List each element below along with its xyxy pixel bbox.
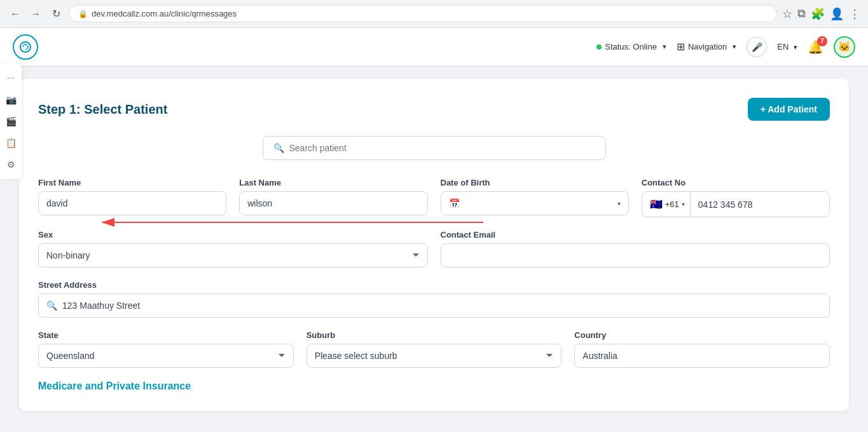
dob-label: Date of Birth bbox=[441, 178, 629, 187]
status-indicator[interactable]: Status: Online ▾ bbox=[596, 42, 666, 51]
phone-prefix-text: +61 bbox=[665, 199, 679, 209]
dob-group: Date of Birth 📅 ▾ bbox=[441, 178, 629, 217]
sidebar-icon-dots[interactable]: ⋯ bbox=[1, 69, 20, 88]
grid-icon: ⊞ bbox=[677, 41, 685, 53]
notification-badge: 7 bbox=[817, 36, 827, 46]
page-title: Step 1: Select Patient bbox=[38, 102, 167, 117]
country-label: Country bbox=[574, 330, 830, 340]
search-container: 🔍 bbox=[38, 136, 830, 160]
browser-actions: ☆ ⧉ 🧩 👤 ⋮ bbox=[782, 7, 860, 21]
select-patient-card: Step 1: Select Patient + Add Patient 🔍 F… bbox=[19, 79, 849, 411]
red-arrow-annotation bbox=[102, 221, 483, 224]
lang-chevron: ▾ bbox=[794, 43, 797, 51]
online-dot bbox=[596, 44, 602, 50]
star-icon[interactable]: ☆ bbox=[782, 7, 792, 21]
status-label: Status: Online bbox=[605, 42, 657, 51]
last-name-group: Last Name bbox=[239, 178, 427, 217]
state-select[interactable]: Queensland New South Wales Victoria West… bbox=[38, 344, 294, 368]
country-group: Country bbox=[574, 330, 830, 368]
add-patient-button[interactable]: + Add Patient bbox=[748, 98, 830, 121]
last-name-input[interactable] bbox=[239, 191, 427, 215]
street-field: 🔍 bbox=[38, 294, 830, 318]
contact-no-label: Contact No bbox=[642, 178, 830, 187]
dob-chevron: ▾ bbox=[617, 200, 621, 207]
street-group: Street Address 🔍 bbox=[38, 280, 830, 318]
street-search-icon: 🔍 bbox=[46, 300, 57, 311]
sidebar-icon-settings[interactable]: ⚙ bbox=[1, 155, 20, 174]
suburb-group: Suburb Please select suburb bbox=[307, 330, 562, 368]
suburb-select[interactable]: Please select suburb bbox=[307, 344, 562, 368]
search-box: 🔍 bbox=[263, 136, 606, 160]
language-selector[interactable]: EN ▾ bbox=[777, 42, 797, 51]
first-name-input[interactable] bbox=[38, 191, 226, 215]
search-icon: 🔍 bbox=[273, 143, 284, 153]
navigation-button[interactable]: ⊞ Navigation ▾ bbox=[677, 41, 736, 53]
sex-label: Sex bbox=[38, 230, 428, 240]
last-name-label: Last Name bbox=[239, 178, 427, 187]
form-row-1: First Name Last Name Date of Birth 📅 ▾ C… bbox=[38, 178, 830, 217]
main-content: Step 1: Select Patient + Add Patient 🔍 F… bbox=[0, 66, 868, 424]
flag-icon: 🇦🇺 bbox=[650, 198, 663, 210]
sex-group: Sex Non-binary Male Female Other bbox=[38, 230, 428, 267]
contact-email-group: Contact Email bbox=[441, 230, 830, 267]
search-input[interactable] bbox=[289, 143, 595, 153]
nav-chevron: ▾ bbox=[733, 43, 736, 51]
contact-email-input[interactable] bbox=[441, 243, 830, 267]
sex-select[interactable]: Non-binary Male Female Other bbox=[38, 243, 428, 267]
card-header: Step 1: Select Patient + Add Patient bbox=[38, 98, 830, 121]
user-avatar[interactable]: 🐱 bbox=[834, 36, 855, 58]
medicare-title: Medicare and Private Insurance bbox=[38, 381, 830, 392]
sidebar-icon-document[interactable]: 📋 bbox=[1, 133, 20, 152]
country-input[interactable] bbox=[574, 344, 830, 368]
form-row-2: Sex Non-binary Male Female Other Contact… bbox=[38, 230, 830, 267]
suburb-label: Suburb bbox=[307, 330, 562, 340]
contact-email-label: Contact Email bbox=[441, 230, 830, 240]
status-chevron: ▾ bbox=[663, 43, 666, 51]
phone-input[interactable] bbox=[691, 193, 829, 216]
forward-button[interactable]: → bbox=[28, 6, 43, 22]
sidebar-icon-video[interactable]: 🎬 bbox=[1, 112, 20, 131]
phone-field: 🇦🇺 +61 ▾ bbox=[642, 191, 830, 217]
app-logo[interactable] bbox=[13, 34, 38, 60]
lock-icon: 🔒 bbox=[78, 10, 88, 18]
back-button[interactable]: ← bbox=[8, 6, 23, 22]
browser-chrome: ← → ↻ 🔒 dev.medcallz.com.au/clinic/qrmes… bbox=[0, 0, 868, 28]
profile-icon[interactable]: 👤 bbox=[830, 7, 844, 21]
state-label: State bbox=[38, 330, 294, 340]
calendar-icon: 📅 bbox=[449, 198, 460, 208]
street-label: Street Address bbox=[38, 280, 830, 290]
phone-chevron: ▾ bbox=[682, 201, 685, 208]
address-bar[interactable]: 🔒 dev.medcallz.com.au/clinic/qrmessages bbox=[69, 5, 777, 22]
refresh-button[interactable]: ↻ bbox=[48, 6, 64, 22]
mic-icon: 🎤 bbox=[752, 42, 762, 52]
dob-picker[interactable]: 📅 ▾ bbox=[441, 191, 629, 215]
url-text: dev.medcallz.com.au/clinic/qrmessages bbox=[92, 9, 237, 18]
first-name-label: First Name bbox=[38, 178, 226, 187]
contact-no-group: Contact No 🇦🇺 +61 ▾ bbox=[642, 178, 830, 217]
extension-icon[interactable]: ⧉ bbox=[797, 7, 806, 20]
street-input[interactable] bbox=[62, 300, 822, 311]
menu-icon[interactable]: ⋮ bbox=[849, 7, 860, 21]
notification-button[interactable]: 🔔 7 bbox=[808, 39, 823, 55]
form-row-3: State Queensland New South Wales Victori… bbox=[38, 330, 830, 368]
state-group: State Queensland New South Wales Victori… bbox=[38, 330, 294, 368]
app-header: Status: Online ▾ ⊞ Navigation ▾ 🎤 EN ▾ 🔔… bbox=[0, 28, 868, 66]
sidebar-icon-camera[interactable]: 📷 bbox=[1, 90, 20, 109]
left-sidebar: ⋯ 📷 🎬 📋 ⚙ bbox=[0, 64, 22, 179]
puzzle-icon[interactable]: 🧩 bbox=[811, 7, 825, 21]
first-name-group: First Name bbox=[38, 178, 226, 217]
header-right: Status: Online ▾ ⊞ Navigation ▾ 🎤 EN ▾ 🔔… bbox=[596, 36, 855, 58]
phone-prefix-selector[interactable]: 🇦🇺 +61 ▾ bbox=[642, 192, 691, 217]
microphone-button[interactable]: 🎤 bbox=[747, 37, 767, 57]
nav-label: Navigation bbox=[688, 42, 727, 51]
